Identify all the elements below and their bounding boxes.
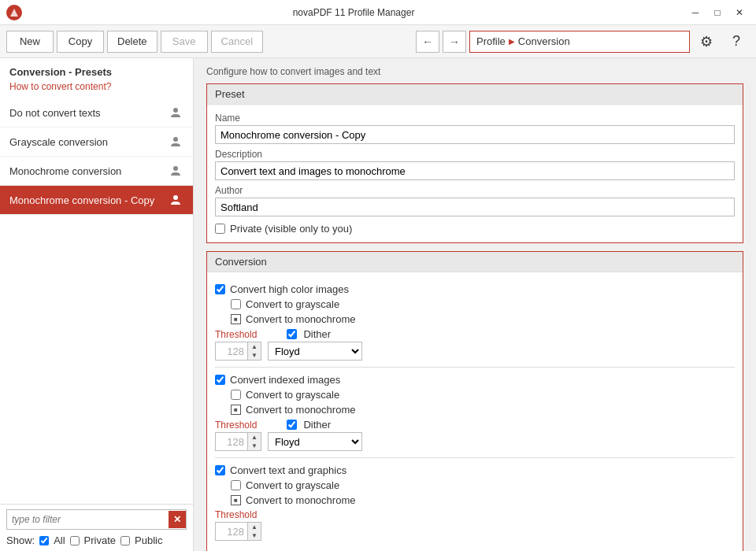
author-input[interactable] [215, 198, 735, 216]
indexed-grayscale-row: Convert to grayscale [231, 389, 735, 401]
svg-point-2 [173, 166, 178, 171]
breadcrumb-part2: Conversion [518, 35, 570, 47]
high-color-threshold-label: Threshold [215, 329, 257, 340]
show-row: Show: All Private Public [6, 534, 187, 546]
text-mono-label: Convert to monochrome [246, 494, 355, 506]
cancel-button[interactable]: Cancel [211, 31, 263, 53]
show-public-checkbox[interactable] [120, 536, 130, 545]
help-icon[interactable]: ? [723, 28, 750, 55]
indexed-dither-select[interactable]: Floyd Bayer Stucki [268, 432, 362, 451]
show-private-checkbox[interactable] [70, 536, 80, 545]
indexed-checkbox[interactable] [215, 375, 225, 385]
text-row: Convert text and graphics [215, 464, 735, 476]
high-color-mono-tristate[interactable] [231, 314, 241, 324]
high-color-label: Convert high color images [230, 283, 349, 295]
indexed-mono-tristate[interactable] [231, 405, 241, 415]
breadcrumb-part1: Profile [476, 35, 506, 47]
save-button[interactable]: Save [161, 31, 208, 53]
sidebar-item-monochrome[interactable]: Monochrome conversion [0, 157, 193, 186]
indexed-threshold-input[interactable] [216, 433, 247, 450]
text-checkbox[interactable] [215, 465, 225, 475]
text-mono-tristate[interactable] [231, 495, 241, 505]
high-color-grayscale-checkbox[interactable] [231, 299, 241, 309]
back-button[interactable]: ← [416, 31, 439, 53]
breadcrumb-separator: ▶ [509, 37, 515, 46]
name-label: Name [215, 113, 735, 124]
text-threshold-input[interactable] [216, 523, 247, 540]
copy-button[interactable]: Copy [57, 31, 104, 53]
person-icon [168, 134, 183, 150]
high-color-grayscale-label: Convert to grayscale [246, 298, 339, 310]
person-icon [168, 105, 183, 120]
svg-point-1 [173, 137, 178, 142]
high-color-threshold-controls: ▲ ▼ Floyd Bayer Stucki [215, 342, 735, 361]
delete-button[interactable]: Delete [107, 31, 158, 53]
toolbar: New Copy Delete Save Cancel ← → Profile … [0, 25, 756, 58]
filter-input[interactable] [7, 514, 169, 525]
sidebar-footer: ✕ Show: All Private Public [0, 504, 193, 551]
high-color-mono-row: Convert to monochrome [231, 313, 735, 325]
high-color-threshold-spinner: ▲ ▼ [215, 342, 261, 361]
indexed-threshold-controls: ▲ ▼ Floyd Bayer Stucki [215, 432, 735, 451]
close-btn[interactable]: ✕ [729, 5, 750, 20]
forward-button[interactable]: → [443, 31, 466, 53]
conversion-section-header: Conversion [207, 252, 743, 272]
high-color-threshold-row: Threshold Dither [215, 328, 735, 340]
settings-icon[interactable]: ⚙ [693, 28, 720, 55]
high-color-dither-select[interactable]: Floyd Bayer Stucki [268, 342, 362, 361]
high-color-dither-label: Dither [303, 328, 331, 340]
indexed-threshold-row: Threshold Dither [215, 419, 735, 431]
text-grayscale-row: Convert to grayscale [231, 479, 735, 491]
filter-clear-button[interactable]: ✕ [169, 511, 186, 528]
name-input[interactable] [215, 125, 735, 144]
sidebar-header: Conversion - Presets [0, 58, 193, 81]
text-threshold-row: Threshold [215, 509, 735, 520]
private-checkbox-label: Private (visible only to you) [230, 223, 352, 235]
high-color-threshold-up[interactable]: ▲ [248, 342, 261, 351]
maximize-btn[interactable]: □ [707, 5, 728, 20]
indexed-threshold-down[interactable]: ▼ [248, 442, 261, 450]
high-color-mono-label: Convert to monochrome [246, 313, 355, 325]
app-icon [6, 5, 22, 20]
person-icon [168, 192, 183, 208]
sidebar-item-label: Monochrome conversion [9, 165, 168, 177]
text-threshold-label: Threshold [215, 509, 257, 520]
person-icon [168, 163, 183, 179]
indexed-dither-label: Dither [303, 419, 331, 431]
indexed-dither-checkbox[interactable] [287, 420, 297, 430]
text-grayscale-label: Convert to grayscale [246, 479, 339, 491]
description-input[interactable] [215, 161, 735, 180]
high-color-row: Convert high color images [215, 283, 735, 295]
indexed-threshold-up[interactable]: ▲ [248, 433, 261, 442]
high-color-threshold-input[interactable] [216, 342, 247, 360]
indexed-mono-label: Convert to monochrome [246, 404, 355, 416]
high-color-checkbox[interactable] [215, 284, 225, 294]
sidebar-item-label: Grayscale conversion [9, 136, 168, 148]
high-color-dither-checkbox[interactable] [287, 329, 297, 339]
sidebar-subtitle[interactable]: How to convert content? [0, 81, 193, 98]
text-mono-row: Convert to monochrome [231, 494, 735, 506]
indexed-threshold-spinner: ▲ ▼ [215, 432, 261, 451]
content-area: Configure how to convert images and text… [194, 58, 756, 551]
text-label: Convert text and graphics [230, 464, 346, 476]
author-label: Author [215, 185, 735, 196]
text-grayscale-checkbox[interactable] [231, 480, 241, 490]
show-all-checkbox[interactable] [39, 536, 49, 545]
all-label: All [54, 534, 65, 546]
private-checkbox[interactable] [215, 224, 225, 234]
text-threshold-down[interactable]: ▼ [248, 531, 261, 540]
new-button[interactable]: New [6, 31, 54, 53]
private-label: Private [84, 534, 116, 546]
sidebar-item-grayscale[interactable]: Grayscale conversion [0, 128, 193, 157]
sidebar-item-monochrome-copy[interactable]: Monochrome conversion - Copy [0, 186, 193, 215]
indexed-grayscale-label: Convert to grayscale [246, 389, 339, 401]
high-color-threshold-down[interactable]: ▼ [248, 351, 261, 360]
minimize-btn[interactable]: ─ [685, 5, 706, 20]
indexed-label: Convert indexed images [230, 374, 340, 386]
sidebar-item-no-convert[interactable]: Do not convert texts [0, 98, 193, 128]
text-threshold-up[interactable]: ▲ [248, 523, 261, 531]
indexed-row: Convert indexed images [215, 374, 735, 386]
conversion-section: Conversion Convert high color images Con… [206, 251, 743, 551]
svg-point-0 [173, 108, 178, 113]
indexed-grayscale-checkbox[interactable] [231, 390, 241, 400]
